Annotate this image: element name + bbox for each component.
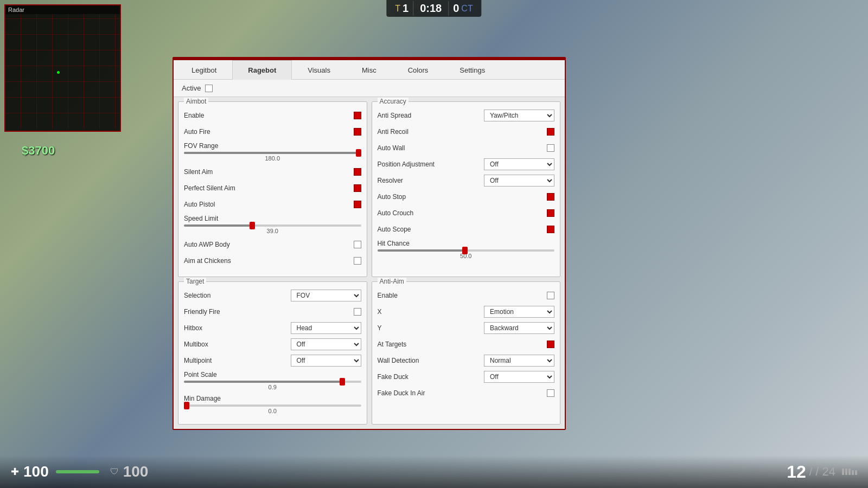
tab-visuals[interactable]: Visuals xyxy=(292,60,346,80)
score-ct-num: 0 xyxy=(453,2,459,15)
silent-aim-checkbox[interactable] xyxy=(354,168,361,176)
resolver-row: Resolver Off xyxy=(378,175,555,187)
tab-misc[interactable]: Misc xyxy=(346,60,392,80)
enable-checkbox[interactable] xyxy=(354,112,361,119)
y-select[interactable]: Backward xyxy=(484,322,554,334)
tab-settings[interactable]: Settings xyxy=(444,60,501,80)
ammo-reserve: / 24 xyxy=(815,465,835,479)
accuracy-section: Accuracy Anti Spread Yaw/Pitch Anti Reco… xyxy=(372,101,561,277)
multibox-label: Multibox xyxy=(184,341,291,348)
fov-range-thumb[interactable] xyxy=(356,149,361,157)
friendly-fire-checkbox[interactable] xyxy=(354,308,361,316)
at-targets-label: At Targets xyxy=(378,341,547,348)
tab-legitbot[interactable]: Legitbot xyxy=(176,60,232,80)
hit-chance-label: Hit Chance xyxy=(378,240,410,247)
active-row: Active xyxy=(174,80,565,97)
friendly-fire-row: Friendly Fire xyxy=(184,306,361,318)
perfect-silent-row: Perfect Silent Aim xyxy=(184,182,361,194)
accuracy-title: Accuracy xyxy=(378,98,409,105)
auto-awp-checkbox[interactable] xyxy=(354,241,361,248)
active-label: Active xyxy=(182,84,201,92)
position-adj-select[interactable]: Off xyxy=(484,158,554,170)
at-targets-row: At Targets xyxy=(378,338,555,350)
tab-colors[interactable]: Colors xyxy=(392,60,444,80)
ammo-bar-5 xyxy=(855,470,857,475)
perfect-silent-checkbox[interactable] xyxy=(354,184,361,192)
point-scale-track[interactable] xyxy=(184,381,361,383)
enable-label: Enable xyxy=(184,112,354,119)
min-damage-thumb[interactable] xyxy=(184,402,189,409)
fake-duck-select[interactable]: Off xyxy=(484,371,554,383)
auto-crouch-row: Auto Crouch xyxy=(378,207,555,219)
multibox-select[interactable]: Off xyxy=(291,338,361,350)
fov-range-track[interactable] xyxy=(184,152,361,154)
auto-wall-row: Auto Wall xyxy=(378,142,555,154)
x-select[interactable]: Emotion xyxy=(484,306,554,318)
auto-fire-checkbox[interactable] xyxy=(354,128,361,136)
ct-icon: CT xyxy=(461,4,473,14)
active-checkbox[interactable] xyxy=(205,85,213,92)
ammo-current: 12 xyxy=(787,462,806,482)
auto-wall-checkbox[interactable] xyxy=(547,144,554,152)
hitbox-label: Hitbox xyxy=(184,324,291,332)
anti-recoil-checkbox[interactable] xyxy=(547,128,554,136)
multipoint-row: Multipoint Off xyxy=(184,355,361,367)
radar-dot xyxy=(57,71,60,74)
fake-duck-air-row: Fake Duck In Air xyxy=(378,387,555,399)
fake-duck-air-checkbox[interactable] xyxy=(547,389,554,397)
selection-select[interactable]: FOV xyxy=(291,290,361,301)
wall-detection-row: Wall Detection Normal xyxy=(378,355,555,367)
at-targets-checkbox[interactable] xyxy=(547,341,554,348)
speed-limit-fill xyxy=(184,224,253,227)
auto-stop-row: Auto Stop xyxy=(378,191,555,203)
hitbox-select[interactable]: Head xyxy=(291,322,361,334)
min-damage-track[interactable] xyxy=(184,404,361,407)
hit-chance-track[interactable] xyxy=(378,249,555,252)
auto-pistol-row: Auto Pistol xyxy=(184,198,361,210)
anti-aim-title: Anti-Aim xyxy=(378,278,406,285)
ammo-bar-1 xyxy=(842,468,844,475)
speed-limit-track[interactable] xyxy=(184,224,361,227)
ammo-bars xyxy=(842,468,857,475)
resolver-select[interactable]: Off xyxy=(484,175,554,187)
speed-limit-value: 39.0 xyxy=(184,228,361,234)
hit-chance-thumb[interactable] xyxy=(462,247,468,254)
auto-stop-checkbox[interactable] xyxy=(547,193,554,201)
auto-fire-row: Auto Fire xyxy=(184,126,361,138)
point-scale-thumb[interactable] xyxy=(340,378,345,386)
radar-panel: Radar xyxy=(4,4,121,132)
anti-aim-enable-checkbox[interactable] xyxy=(547,292,554,299)
anti-spread-label: Anti Spread xyxy=(378,112,484,119)
round-timer: 0:18 xyxy=(413,1,449,16)
anti-spread-select[interactable]: Yaw/Pitch xyxy=(484,110,554,121)
point-scale-fill xyxy=(184,381,343,383)
speed-limit-label: Speed Limit xyxy=(184,215,218,222)
perfect-silent-label: Perfect Silent Aim xyxy=(184,184,354,192)
auto-stop-label: Auto Stop xyxy=(378,193,547,201)
auto-scope-checkbox[interactable] xyxy=(547,226,554,233)
selection-row: Selection FOV xyxy=(184,290,361,301)
multipoint-select[interactable]: Off xyxy=(291,355,361,367)
hitbox-row: Hitbox Head xyxy=(184,322,361,334)
auto-awp-row: Auto AWP Body xyxy=(184,239,361,251)
aimbot-section: Aimbot Enable Auto Fire FOV Range 180.0 xyxy=(178,101,367,277)
tab-ragebot[interactable]: Ragebot xyxy=(232,60,292,80)
armor-block: 🛡 100 xyxy=(110,463,149,480)
auto-pistol-checkbox[interactable] xyxy=(354,201,361,208)
radar-grid xyxy=(5,14,120,129)
ammo-bar-3 xyxy=(848,468,851,475)
aim-chickens-checkbox[interactable] xyxy=(354,257,361,265)
anti-aim-section: Anti-Aim Enable X Emotion Y Backward At … xyxy=(372,281,561,425)
wall-detection-select[interactable]: Normal xyxy=(484,355,554,367)
silent-aim-row: Silent Aim xyxy=(184,166,361,178)
top-content: Aimbot Enable Auto Fire FOV Range 180.0 xyxy=(174,97,565,281)
multibox-row: Multibox Off xyxy=(184,338,361,350)
armor-value: 100 xyxy=(123,463,149,480)
aimbot-title: Aimbot xyxy=(184,98,208,105)
point-scale-value: 0.9 xyxy=(184,384,361,390)
anti-recoil-row: Anti Recoil xyxy=(378,126,555,138)
health-block: ✚ 100 xyxy=(11,463,99,480)
radar-title: Radar xyxy=(5,5,120,14)
auto-crouch-checkbox[interactable] xyxy=(547,209,554,217)
speed-limit-thumb[interactable] xyxy=(250,222,255,229)
